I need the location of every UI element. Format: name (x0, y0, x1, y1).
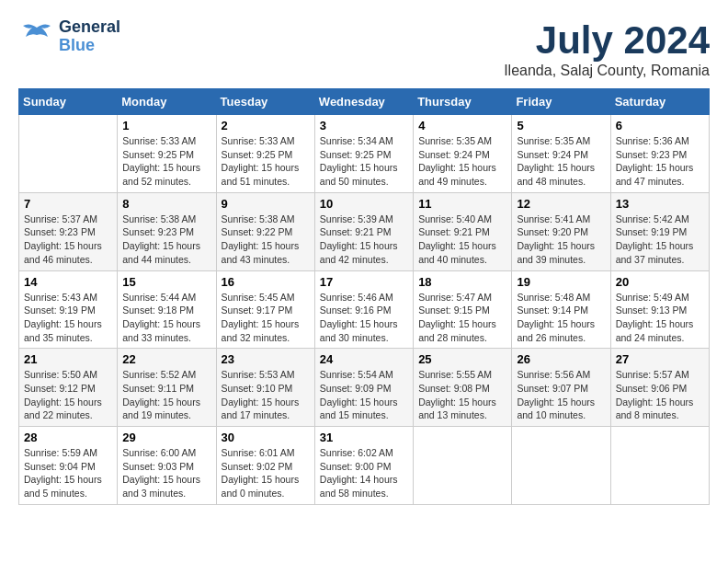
day-number: 26 (517, 352, 605, 366)
calendar-cell: 28Sunrise: 5:59 AM Sunset: 9:04 PM Dayli… (19, 427, 118, 505)
calendar-cell: 15Sunrise: 5:44 AM Sunset: 9:18 PM Dayli… (118, 270, 216, 349)
day-info: Sunrise: 5:37 AM Sunset: 9:23 PM Dayligh… (24, 213, 112, 267)
calendar-cell: 27Sunrise: 5:57 AM Sunset: 9:06 PM Dayli… (610, 349, 709, 427)
calendar-cell: 9Sunrise: 5:38 AM Sunset: 9:22 PM Daylig… (216, 192, 314, 270)
day-number: 2 (222, 119, 310, 132)
day-number: 8 (122, 197, 210, 211)
day-info: Sunrise: 5:33 AM Sunset: 9:25 PM Dayligh… (122, 134, 210, 189)
day-number: 23 (222, 352, 310, 366)
calendar-cell (610, 427, 709, 505)
calendar-cell: 22Sunrise: 5:52 AM Sunset: 9:11 PM Dayli… (118, 349, 216, 427)
day-number: 22 (122, 352, 210, 366)
day-info: Sunrise: 5:45 AM Sunset: 9:17 PM Dayligh… (222, 291, 310, 345)
calendar-cell: 25Sunrise: 5:55 AM Sunset: 9:08 PM Dayli… (414, 349, 512, 427)
header-monday: Monday (118, 89, 216, 115)
day-info: Sunrise: 5:38 AM Sunset: 9:23 PM Dayligh… (122, 213, 210, 267)
calendar-table: SundayMondayTuesdayWednesdayThursdayFrid… (18, 88, 710, 505)
day-number: 15 (122, 275, 210, 289)
calendar-cell: 23Sunrise: 5:53 AM Sunset: 9:10 PM Dayli… (216, 349, 314, 427)
day-info: Sunrise: 5:49 AM Sunset: 9:13 PM Dayligh… (616, 291, 704, 345)
day-number: 30 (222, 431, 310, 444)
logo-blue-text: Blue (59, 37, 120, 55)
day-number: 13 (616, 197, 704, 211)
calendar-cell: 12Sunrise: 5:41 AM Sunset: 9:20 PM Dayli… (512, 192, 610, 270)
week-row-4: 21Sunrise: 5:50 AM Sunset: 9:12 PM Dayli… (19, 349, 710, 427)
day-info: Sunrise: 5:54 AM Sunset: 9:09 PM Dayligh… (320, 368, 408, 422)
logo-general-text: General (59, 18, 120, 37)
day-number: 16 (222, 275, 310, 289)
day-info: Sunrise: 5:40 AM Sunset: 9:21 PM Dayligh… (418, 213, 506, 267)
day-info: Sunrise: 5:59 AM Sunset: 9:04 PM Dayligh… (24, 446, 112, 500)
calendar-cell: 7Sunrise: 5:37 AM Sunset: 9:23 PM Daylig… (19, 192, 118, 270)
calendar-cell: 24Sunrise: 5:54 AM Sunset: 9:09 PM Dayli… (314, 349, 413, 427)
day-number: 3 (320, 119, 408, 132)
day-number: 10 (320, 197, 408, 211)
day-info: Sunrise: 6:01 AM Sunset: 9:02 PM Dayligh… (222, 446, 310, 500)
calendar-cell: 21Sunrise: 5:50 AM Sunset: 9:12 PM Dayli… (19, 349, 118, 427)
day-number: 28 (24, 431, 112, 444)
calendar-cell (414, 427, 512, 505)
day-info: Sunrise: 5:44 AM Sunset: 9:18 PM Dayligh… (122, 291, 210, 345)
calendar-cell: 20Sunrise: 5:49 AM Sunset: 9:13 PM Dayli… (610, 270, 709, 349)
calendar-cell: 13Sunrise: 5:42 AM Sunset: 9:19 PM Dayli… (610, 192, 709, 270)
day-info: Sunrise: 5:39 AM Sunset: 9:21 PM Dayligh… (320, 213, 408, 267)
location: Ileanda, Salaj County, Romania (504, 63, 710, 79)
logo-icon (18, 18, 55, 55)
calendar-cell: 31Sunrise: 6:02 AM Sunset: 9:00 PM Dayli… (314, 427, 413, 505)
day-info: Sunrise: 5:34 AM Sunset: 9:25 PM Dayligh… (320, 134, 408, 189)
logo-name: General Blue (59, 18, 120, 55)
header-saturday: Saturday (610, 89, 709, 115)
calendar-cell: 30Sunrise: 6:01 AM Sunset: 9:02 PM Dayli… (216, 427, 314, 505)
day-info: Sunrise: 5:46 AM Sunset: 9:16 PM Dayligh… (320, 291, 408, 345)
day-number: 29 (122, 431, 210, 444)
day-number: 18 (418, 275, 506, 289)
day-info: Sunrise: 5:33 AM Sunset: 9:25 PM Dayligh… (222, 134, 310, 189)
day-info: Sunrise: 6:00 AM Sunset: 9:03 PM Dayligh… (122, 446, 210, 500)
day-number: 5 (517, 119, 605, 132)
day-number: 20 (616, 275, 704, 289)
day-number: 11 (418, 197, 506, 211)
day-number: 7 (24, 197, 112, 211)
day-info: Sunrise: 5:52 AM Sunset: 9:11 PM Dayligh… (122, 368, 210, 422)
title-block: July 2024 Ileanda, Salaj County, Romania (504, 18, 710, 79)
header-tuesday: Tuesday (216, 89, 314, 115)
calendar-cell: 11Sunrise: 5:40 AM Sunset: 9:21 PM Dayli… (414, 192, 512, 270)
calendar-cell: 10Sunrise: 5:39 AM Sunset: 9:21 PM Dayli… (314, 192, 413, 270)
week-row-3: 14Sunrise: 5:43 AM Sunset: 9:19 PM Dayli… (19, 270, 710, 349)
header-wednesday: Wednesday (314, 89, 413, 115)
day-info: Sunrise: 5:50 AM Sunset: 9:12 PM Dayligh… (24, 368, 112, 422)
header-row: SundayMondayTuesdayWednesdayThursdayFrid… (19, 89, 710, 115)
calendar-cell: 29Sunrise: 6:00 AM Sunset: 9:03 PM Dayli… (118, 427, 216, 505)
calendar-cell: 14Sunrise: 5:43 AM Sunset: 9:19 PM Dayli… (19, 270, 118, 349)
calendar-cell: 3Sunrise: 5:34 AM Sunset: 9:25 PM Daylig… (314, 115, 413, 193)
calendar-cell: 16Sunrise: 5:45 AM Sunset: 9:17 PM Dayli… (216, 270, 314, 349)
day-info: Sunrise: 5:48 AM Sunset: 9:14 PM Dayligh… (517, 291, 605, 345)
calendar-cell: 2Sunrise: 5:33 AM Sunset: 9:25 PM Daylig… (216, 115, 314, 193)
page-header: General Blue July 2024 Ileanda, Salaj Co… (18, 18, 710, 79)
calendar-cell: 1Sunrise: 5:33 AM Sunset: 9:25 PM Daylig… (118, 115, 216, 193)
calendar-cell: 4Sunrise: 5:35 AM Sunset: 9:24 PM Daylig… (414, 115, 512, 193)
header-sunday: Sunday (19, 89, 118, 115)
calendar-cell: 8Sunrise: 5:38 AM Sunset: 9:23 PM Daylig… (118, 192, 216, 270)
week-row-1: 1Sunrise: 5:33 AM Sunset: 9:25 PM Daylig… (19, 115, 710, 193)
day-info: Sunrise: 5:35 AM Sunset: 9:24 PM Dayligh… (517, 134, 605, 189)
calendar-cell: 6Sunrise: 5:36 AM Sunset: 9:23 PM Daylig… (610, 115, 709, 193)
calendar-cell (512, 427, 610, 505)
calendar-cell: 19Sunrise: 5:48 AM Sunset: 9:14 PM Dayli… (512, 270, 610, 349)
day-info: Sunrise: 5:42 AM Sunset: 9:19 PM Dayligh… (616, 213, 704, 267)
day-number: 24 (320, 352, 408, 366)
header-thursday: Thursday (414, 89, 512, 115)
week-row-2: 7Sunrise: 5:37 AM Sunset: 9:23 PM Daylig… (19, 192, 710, 270)
day-info: Sunrise: 5:36 AM Sunset: 9:23 PM Dayligh… (616, 134, 704, 189)
day-number: 1 (122, 119, 210, 132)
day-info: Sunrise: 5:57 AM Sunset: 9:06 PM Dayligh… (616, 368, 704, 422)
calendar-cell: 26Sunrise: 5:56 AM Sunset: 9:07 PM Dayli… (512, 349, 610, 427)
month-title: July 2024 (504, 18, 710, 63)
day-info: Sunrise: 5:55 AM Sunset: 9:08 PM Dayligh… (418, 368, 506, 422)
day-number: 6 (616, 119, 704, 132)
calendar-cell: 18Sunrise: 5:47 AM Sunset: 9:15 PM Dayli… (414, 270, 512, 349)
day-info: Sunrise: 5:47 AM Sunset: 9:15 PM Dayligh… (418, 291, 506, 345)
day-number: 25 (418, 352, 506, 366)
day-number: 17 (320, 275, 408, 289)
calendar-cell (19, 115, 118, 193)
